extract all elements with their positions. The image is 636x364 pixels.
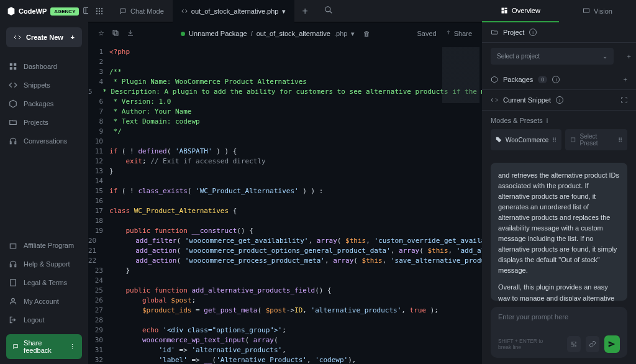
sidebar-item-account[interactable]: My Account xyxy=(0,292,88,311)
code-line[interactable]: 12 exit; // Exit if accessed directly xyxy=(88,157,482,166)
code-line[interactable]: 5 * Description: A plugin to add the abi… xyxy=(88,87,482,97)
code-line[interactable]: 8 * Text Domain: codewp xyxy=(88,117,482,127)
code-line[interactable]: 23 } xyxy=(88,266,482,276)
svg-point-10 xyxy=(99,7,100,9)
user-icon xyxy=(9,297,17,306)
sidebar-item-logout[interactable]: Logout xyxy=(0,311,88,329)
code-line[interactable]: 32 'label' => __('Alternative Products',… xyxy=(88,355,482,364)
code-line[interactable]: 15if ( ! class_exists( 'WC_Product_Alter… xyxy=(88,186,482,196)
saved-status: Saved xyxy=(417,30,436,37)
info-icon[interactable]: i xyxy=(552,76,560,83)
link-button[interactable] xyxy=(586,336,599,352)
select-preset[interactable]: Select Preset ⠿ xyxy=(565,129,627,150)
share-button[interactable]: Share xyxy=(445,30,472,37)
sidebar-item-label: Projects xyxy=(24,119,48,126)
prompt-input[interactable]: Enter your prompt here xyxy=(498,313,620,328)
logo[interactable]: CodeWP xyxy=(6,6,47,16)
svg-rect-26 xyxy=(584,9,589,12)
code-line[interactable]: 24 xyxy=(88,276,482,286)
code-line[interactable]: 1<?php xyxy=(88,47,482,57)
svg-line-19 xyxy=(330,11,332,13)
code-line[interactable]: 25 public function add_alternative_produ… xyxy=(88,286,482,296)
tab-overview[interactable]: Overview xyxy=(482,0,559,22)
sidebar-item-affiliate[interactable]: Affiliate Program xyxy=(0,236,88,255)
code-line[interactable]: 2 xyxy=(88,57,482,67)
tab-filename: out_of_stock_alternative.php xyxy=(191,7,279,15)
code-line[interactable]: 29 echo '<div class="options_group">'; xyxy=(88,325,482,335)
code-line[interactable]: 28 xyxy=(88,316,482,325)
chat-mode-button[interactable]: Chat Mode xyxy=(111,7,173,15)
info-icon[interactable]: i xyxy=(547,117,548,124)
code-line[interactable]: 10 xyxy=(88,137,482,147)
package-name[interactable]: Unnamed Package xyxy=(189,30,247,37)
svg-point-12 xyxy=(96,10,98,11)
tab-vision[interactable]: Vision xyxy=(559,0,636,22)
sidebar-item-label: Help & Support xyxy=(24,260,70,268)
add-package-button[interactable]: + xyxy=(624,76,627,83)
code-line[interactable]: 18 xyxy=(88,216,482,226)
box-icon xyxy=(9,99,17,108)
add-tab-button[interactable]: + xyxy=(294,6,315,17)
code-line[interactable]: 27 $product_ids = get_post_meta( $post->… xyxy=(88,306,482,316)
code-line[interactable]: 4 * Plugin Name: WooCommerce Product Alt… xyxy=(88,77,482,87)
code-line[interactable]: 20 add_filter( 'woocommerce_get_availabi… xyxy=(88,236,482,246)
download-icon[interactable] xyxy=(127,29,134,38)
modes-header: Modes & Presets i xyxy=(482,111,636,124)
sidebar-item-projects[interactable]: Projects xyxy=(0,113,88,132)
send-button[interactable] xyxy=(604,335,620,353)
sidebar-item-legal[interactable]: Legal & Terms xyxy=(0,273,88,292)
sidebar: CodeWP AGENCY Create New + Dashboard Sni… xyxy=(0,0,88,364)
sidebar-item-packages[interactable]: Packages xyxy=(0,94,88,113)
status-dot-icon xyxy=(181,32,185,36)
share-feedback-button[interactable]: Share feedback ⋮ xyxy=(6,334,82,359)
chevron-down-icon[interactable]: ▾ xyxy=(351,30,355,38)
code-line[interactable]: 9 */ xyxy=(88,127,482,137)
code-line[interactable]: 14 xyxy=(88,176,482,186)
apps-button[interactable] xyxy=(88,7,111,16)
svg-point-18 xyxy=(325,6,330,11)
code-line[interactable]: 26 global $post; xyxy=(88,296,482,306)
mode-woocommerce[interactable]: WooCommerce ⠿ xyxy=(491,129,561,150)
code-line[interactable]: 6 * Version: 1.0 xyxy=(88,97,482,107)
code-line[interactable]: 30 woocommerce_wp_text_input( array( xyxy=(88,335,482,345)
code-line[interactable]: 3/** xyxy=(88,67,482,77)
add-project-button[interactable]: + xyxy=(622,48,636,65)
code-line[interactable]: 17class WC_Product_Alternatives { xyxy=(88,206,482,216)
search-button[interactable] xyxy=(324,6,333,17)
main: Chat Mode out_of_stock_alternative.php ▾… xyxy=(88,0,482,364)
svg-rect-20 xyxy=(114,32,118,35)
expand-icon[interactable]: ⛶ xyxy=(620,96,627,104)
logout-icon xyxy=(9,316,17,324)
file-tab[interactable]: out_of_stock_alternative.php ▾ xyxy=(173,0,295,22)
copy-icon[interactable] xyxy=(112,29,119,38)
code-line[interactable]: 22 add_action( 'woocommerce_process_prod… xyxy=(88,256,482,266)
svg-rect-4 xyxy=(10,67,12,70)
minimap[interactable] xyxy=(442,47,479,103)
settings-button[interactable] xyxy=(567,336,581,352)
separator: / xyxy=(251,30,253,37)
select-project-dropdown[interactable]: Select a project ⌄ xyxy=(491,48,614,65)
sidebar-item-snippets[interactable]: Snippets xyxy=(0,76,88,94)
sidebar-item-help[interactable]: Help & Support xyxy=(0,255,88,273)
folder-icon xyxy=(491,29,498,36)
code-line[interactable]: 13} xyxy=(88,166,482,176)
code-editor[interactable]: 1<?php23/**4 * Plugin Name: WooCommerce … xyxy=(88,45,482,364)
code-line[interactable]: 7 * Author: Your Name xyxy=(88,107,482,117)
create-new-button[interactable]: Create New + xyxy=(6,27,82,47)
code-line[interactable]: 16 xyxy=(88,196,482,206)
code-line[interactable]: 31 'id' => 'alternative_products', xyxy=(88,345,482,355)
trash-icon[interactable]: 🗑 xyxy=(363,30,370,37)
sidebar-item-conversations[interactable]: Conversations xyxy=(0,132,88,150)
code-line[interactable]: 19 public function __construct() { xyxy=(88,226,482,236)
select-project-label: Select a project xyxy=(497,53,540,60)
right-panel: Overview Vision Project i Select a proje… xyxy=(482,0,636,364)
star-icon[interactable]: ☆ xyxy=(98,29,104,38)
plus-icon: + xyxy=(71,34,75,41)
prompt-hint: SHIFT + ENTER to break line xyxy=(498,338,557,350)
info-icon[interactable]: i xyxy=(529,29,537,36)
code-line[interactable]: 21 add_action( 'woocommerce_product_opti… xyxy=(88,246,482,256)
info-icon[interactable]: i xyxy=(556,96,563,104)
subheader-icons: ☆ xyxy=(98,29,134,38)
code-line[interactable]: 11if ( ! defined( 'ABSPATH' ) ) { xyxy=(88,147,482,157)
sidebar-item-dashboard[interactable]: Dashboard xyxy=(0,57,88,76)
